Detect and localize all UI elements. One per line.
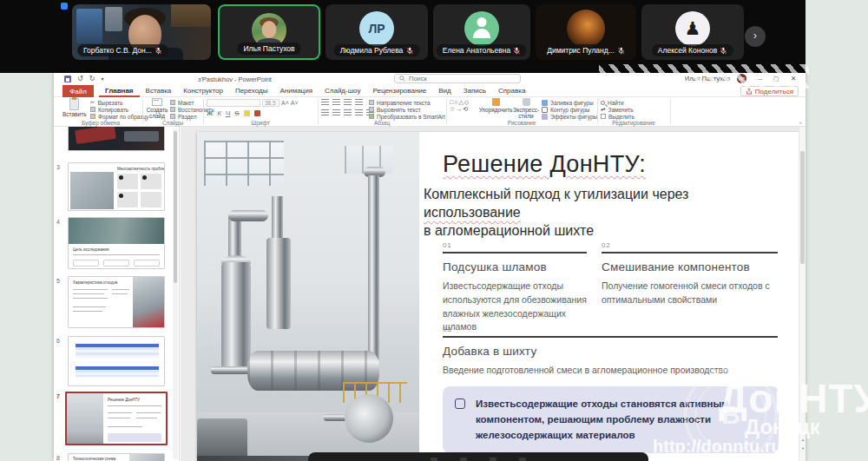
- tab-design[interactable]: Конструктор: [177, 85, 229, 97]
- ribbon-group-paragraph: Направление текста Выровнять текст Преоб…: [321, 97, 443, 120]
- slide-number: 7: [56, 393, 60, 399]
- save-icon[interactable]: [64, 76, 71, 82]
- indent-increase-icon[interactable]: [355, 99, 363, 105]
- thumbnail-slide-3[interactable]: Многоаспектность проблемы: [68, 162, 165, 211]
- step-rule: [602, 252, 778, 254]
- strikethrough-button[interactable]: S: [234, 109, 239, 117]
- replace-button[interactable]: ⇄Заменить: [601, 106, 634, 113]
- ribbon: Вставить ✂Вырезать Копировать Формат по …: [54, 97, 806, 127]
- thumbnail-slide-6[interactable]: [68, 336, 165, 386]
- previous-slide-icon[interactable]: ▲: [799, 438, 806, 442]
- participant-tile-pastukhov[interactable]: Илья Пастухов: [218, 4, 320, 60]
- paste-button[interactable]: Вставить: [62, 98, 87, 117]
- participant-tile-kononov[interactable]: ♟ Алексей Кононов: [641, 4, 744, 60]
- undo-icon[interactable]: ↺: [77, 75, 83, 82]
- align-left-icon[interactable]: [321, 109, 329, 115]
- restore-button[interactable]: ▢: [771, 76, 781, 82]
- search-icon: [399, 76, 405, 82]
- participant-name-label: Людмила Рублева: [334, 44, 420, 56]
- tab-animations[interactable]: Анимация: [273, 85, 319, 97]
- layout-button[interactable]: Макет: [170, 99, 194, 106]
- search-input[interactable]: Поиск: [394, 74, 521, 83]
- thumbnail-image: [70, 172, 114, 209]
- thumbnail-slide-5[interactable]: Характеристика отходов: [68, 276, 165, 328]
- font-size-select[interactable]: 38,5: [262, 99, 279, 107]
- font-name-select[interactable]: [207, 99, 260, 107]
- meeting-toolbar[interactable]: [308, 452, 648, 461]
- shape-effects-button[interactable]: Эффекты фигуры: [542, 113, 597, 120]
- bold-button[interactable]: Ж: [207, 109, 213, 117]
- text-direction-button[interactable]: Направление текста: [369, 99, 431, 106]
- shape-outline-button[interactable]: Контур фигуры: [542, 106, 589, 113]
- thumbnail-title: Характеристика отходов: [73, 280, 117, 285]
- tab-transitions[interactable]: Переходы: [229, 85, 274, 97]
- participant-tile-dimitris[interactable]: Димитрис Пуланд...: [536, 4, 636, 60]
- group-label-clipboard: Буфер обмена: [61, 120, 141, 127]
- find-button[interactable]: Найти: [601, 99, 624, 106]
- copy-button[interactable]: Копировать: [90, 106, 128, 113]
- step-text: Введение подготовленной смеси в агломера…: [443, 364, 778, 378]
- account-name[interactable]: Илья Пастухов: [685, 75, 730, 82]
- justify-icon[interactable]: [355, 109, 363, 115]
- section-button[interactable]: Раздел: [170, 113, 196, 120]
- shrink-font-icon[interactable]: A˅: [291, 100, 299, 106]
- tab-insert[interactable]: Вставка: [140, 85, 178, 97]
- align-text-button[interactable]: Выровнять текст: [369, 106, 421, 113]
- slide-editing-area: Решение ДонНТУ: Комплексный подход к ути…: [181, 127, 799, 461]
- current-slide[interactable]: Решение ДонНТУ: Комплексный подход к ути…: [197, 132, 799, 461]
- group-separator: [203, 99, 204, 124]
- cut-button[interactable]: ✂Вырезать: [90, 99, 122, 106]
- minimize-button[interactable]: —: [753, 75, 764, 82]
- new-slide-button[interactable]: Создать слайд: [146, 98, 168, 119]
- participant-tile-gorbatko[interactable]: Горбатко С.В. Дон...: [72, 4, 211, 60]
- tab-slideshow[interactable]: Слайд-шоу: [319, 85, 366, 97]
- slide-scrollbar[interactable]: ▲ ▼: [799, 127, 806, 461]
- tab-file[interactable]: Файл: [62, 85, 94, 97]
- thumbnail-slide-2[interactable]: [68, 127, 165, 151]
- align-right-icon[interactable]: [344, 109, 352, 115]
- grow-font-icon[interactable]: A˄: [281, 100, 289, 106]
- shapes-row: ☆→⟲: [450, 106, 470, 113]
- tab-record[interactable]: Запись: [457, 85, 492, 97]
- tab-home[interactable]: Главная: [99, 85, 140, 97]
- participant-tile-rubleva[interactable]: ЛР Людмила Рублева: [326, 4, 428, 60]
- highlight-color-icon[interactable]: [244, 110, 250, 116]
- format-painter-button[interactable]: Формат по образцу: [90, 113, 148, 120]
- thumbnail-button: [134, 260, 160, 267]
- collapse-ribbon-icon[interactable]: ˄: [799, 121, 802, 126]
- quick-styles-button[interactable]: Экспресс-стили: [512, 98, 540, 119]
- thumbnail-slide-8[interactable]: Технологическая схема: [68, 453, 165, 461]
- numbered-list-icon[interactable]: [332, 99, 340, 105]
- qat-dropdown-icon[interactable]: ▾: [101, 76, 103, 82]
- meeting-view-icon[interactable]: [61, 3, 68, 10]
- photo-shape: [228, 210, 268, 221]
- scrollbar-thumb[interactable]: [800, 151, 805, 264]
- indent-decrease-icon[interactable]: [344, 99, 352, 105]
- redo-icon[interactable]: ↻: [89, 75, 95, 82]
- account-avatar[interactable]: ИП: [737, 74, 746, 83]
- tab-view[interactable]: Вид: [432, 85, 457, 97]
- next-participants-button[interactable]: ›: [745, 26, 766, 47]
- tab-review[interactable]: Рецензирование: [366, 85, 432, 97]
- bullet-list-icon[interactable]: [321, 99, 329, 105]
- scrollbar-thumb[interactable]: [174, 131, 177, 283]
- tab-help[interactable]: Справка: [492, 85, 531, 97]
- next-slide-icon[interactable]: ▼: [799, 446, 806, 451]
- close-button[interactable]: ✕: [788, 75, 799, 82]
- select-button[interactable]: Выделить: [601, 113, 635, 120]
- thumbnail-slide-7-selected[interactable]: Решение ДонНТУ: [65, 392, 168, 445]
- align-center-icon[interactable]: [332, 109, 340, 115]
- thumbnail-slide-4[interactable]: Цель исследования: [68, 217, 165, 269]
- font-color-icon[interactable]: [254, 110, 260, 116]
- slide-title-text: Решение ДонНТУ:: [443, 151, 646, 177]
- share-button[interactable]: Поделиться: [740, 86, 799, 96]
- step-01: 01 Подсушка шламов Известьсодержащие отх…: [443, 241, 587, 334]
- underline-button[interactable]: Ч: [226, 109, 230, 117]
- participant-tile-elena[interactable]: Елена Анатольевна: [433, 4, 530, 60]
- thumbnail-scrollbar[interactable]: [173, 128, 178, 459]
- arrange-button[interactable]: Упорядочить: [481, 98, 510, 113]
- smartart-button[interactable]: Преобразовать в SmartArt: [369, 113, 445, 120]
- shape-fill-button[interactable]: Заливка фигуры: [542, 99, 594, 106]
- shapes-gallery[interactable]: □○△◇ ☆→⟲: [450, 99, 470, 113]
- italic-button[interactable]: К: [217, 109, 221, 117]
